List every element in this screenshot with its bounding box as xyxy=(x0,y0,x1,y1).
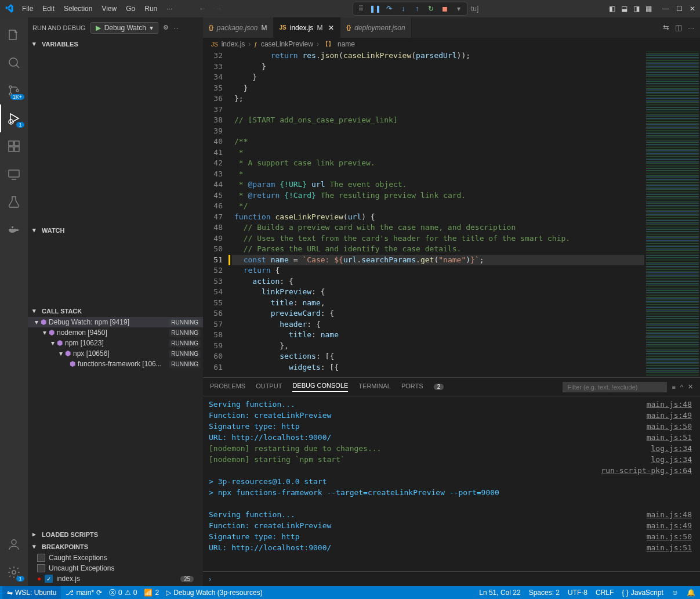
nav-back-icon[interactable]: ← xyxy=(199,5,206,13)
section-breakpoints[interactable]: ▾BREAKPOINTS xyxy=(28,540,203,553)
remote-explorer-icon[interactable] xyxy=(0,160,28,188)
menu-go[interactable]: Go xyxy=(122,5,139,13)
stop-icon[interactable]: ◼ xyxy=(440,4,449,13)
menu-run[interactable]: Run xyxy=(141,5,161,13)
search-icon[interactable] xyxy=(0,49,28,77)
debug-console-output[interactable]: Serving function...main.js:48Function: c… xyxy=(203,396,700,571)
console-src-link[interactable]: main.js:49 xyxy=(647,410,694,421)
layout-bottom-icon[interactable]: ⬓ xyxy=(621,5,628,13)
panel-tab-debug-console[interactable]: DEBUG CONSOLE xyxy=(292,382,348,392)
step-into-icon[interactable]: ↓ xyxy=(398,4,408,13)
console-src-link[interactable]: main.js:49 xyxy=(647,520,694,531)
remote-indicator[interactable]: ⇋ WSL: Ubuntu xyxy=(2,586,61,599)
maximize-icon[interactable]: ☐ xyxy=(676,5,683,13)
tab-deployment.json[interactable]: {}deployment.json xyxy=(340,17,411,38)
menu-···[interactable]: ··· xyxy=(163,5,176,13)
panel-close-icon[interactable]: ✕ xyxy=(688,383,693,391)
run-debug-icon[interactable]: 1 xyxy=(0,104,28,132)
source-control-icon[interactable]: 1K+ xyxy=(0,77,28,104)
callstack-item[interactable]: ▾⬢nodemon [9450]RUNNING xyxy=(28,327,203,338)
filter-settings-icon[interactable]: ≡ xyxy=(672,384,675,391)
callstack-item[interactable]: ⬢functions-framework [106...RUNNING xyxy=(28,359,203,369)
section-loaded[interactable]: ▸LOADED SCRIPTS xyxy=(28,528,203,540)
panel-tab-output[interactable]: OUTPUT xyxy=(256,383,282,392)
console-src-link[interactable]: log.js:34 xyxy=(651,443,694,454)
breadcrumb-item[interactable]: index.js xyxy=(222,40,245,48)
console-src-link[interactable]: run-script-pkg.js:64 xyxy=(601,465,694,476)
tab-package.json[interactable]: {}package.jsonM xyxy=(203,17,274,38)
step-out-icon[interactable]: ↑ xyxy=(412,4,422,13)
panel-collapse-icon[interactable]: ^ xyxy=(680,384,683,391)
section-watch[interactable]: ▾WATCH xyxy=(28,224,203,236)
extensions-icon[interactable] xyxy=(0,132,28,160)
drag-handle-icon[interactable]: ⠿ xyxy=(357,4,366,13)
checkbox[interactable]: ✓ xyxy=(45,575,53,583)
debug-status[interactable]: ▷ Debug Watch (3p-resources) xyxy=(166,589,263,597)
language-mode[interactable]: { } JavaScript xyxy=(622,589,663,597)
breadcrumb[interactable]: JSindex.js›ƒcaseLinkPreview›【】name xyxy=(203,38,700,50)
panel-tab-ports[interactable]: PORTS xyxy=(401,383,423,392)
debug-config-dropdown[interactable]: ▶ Debug Watch ▾ xyxy=(90,22,158,34)
breadcrumb-item[interactable]: name xyxy=(338,40,355,48)
encoding[interactable]: UTF-8 xyxy=(568,589,587,597)
minimap[interactable] xyxy=(644,50,700,377)
split-icon[interactable]: ◫ xyxy=(675,23,682,32)
explorer-icon[interactable] xyxy=(0,21,28,49)
ports-indicator[interactable]: 📶2 xyxy=(144,589,159,597)
debug-console-input[interactable]: › xyxy=(203,571,700,586)
nav-fwd-icon[interactable]: → xyxy=(215,5,222,13)
breakpoint-item[interactable]: ●✓index.js25 xyxy=(28,573,203,584)
indent[interactable]: Spaces: 2 xyxy=(529,589,560,597)
console-src-link[interactable]: main.js:48 xyxy=(647,399,694,410)
tab-index.js[interactable]: JSindex.jsM✕ xyxy=(274,17,341,38)
restart-icon[interactable]: ↻ xyxy=(426,4,436,13)
section-callstack[interactable]: ▾CALL STACK xyxy=(28,305,203,317)
close-icon[interactable]: ✕ xyxy=(690,5,695,13)
checkbox[interactable] xyxy=(37,564,45,572)
panel-tab-terminal[interactable]: TERMINAL xyxy=(358,383,391,392)
debug-filter-input[interactable] xyxy=(563,382,667,392)
breakpoint-item[interactable]: Uncaught Exceptions xyxy=(28,563,203,573)
console-src-link[interactable]: main.js:48 xyxy=(647,509,694,520)
breadcrumb-item[interactable]: caseLinkPreview xyxy=(261,40,313,48)
console-src-link[interactable]: main.js:51 xyxy=(647,542,694,553)
menu-file[interactable]: File xyxy=(19,5,37,13)
breakpoint-item[interactable]: Caught Exceptions xyxy=(28,553,203,563)
bell-icon[interactable]: 🔔 xyxy=(687,589,695,597)
problems-indicator[interactable]: ⓧ0 ⚠0 xyxy=(109,588,137,598)
feedback-icon[interactable]: ☺ xyxy=(672,589,679,597)
testing-icon[interactable] xyxy=(0,188,28,216)
gear-icon[interactable]: ⚙ xyxy=(163,24,169,31)
section-variables[interactable]: ▾VARIABLES xyxy=(28,38,203,50)
docker-icon[interactable] xyxy=(0,216,28,244)
account-icon[interactable] xyxy=(0,531,28,558)
menu-view[interactable]: View xyxy=(98,5,120,13)
tab-more-icon[interactable]: ··· xyxy=(688,23,694,32)
compare-icon[interactable]: ⇆ xyxy=(663,23,669,32)
panel-tab-problems[interactable]: PROBLEMS xyxy=(210,383,245,392)
minimize-icon[interactable]: — xyxy=(662,5,669,13)
callstack-item[interactable]: ▾⬢npx [10656]RUNNING xyxy=(28,348,203,359)
menu-edit[interactable]: Edit xyxy=(39,5,58,13)
callstack-item[interactable]: ▾⬢Debug Watch: npm [9419]RUNNING xyxy=(28,317,203,327)
code-area[interactable]: return res.json(caseLinkPreview(parsedUr… xyxy=(232,50,644,377)
layout-right-icon[interactable]: ◨ xyxy=(633,5,640,13)
debug-target-chev[interactable]: ▾ xyxy=(454,4,463,13)
checkbox[interactable] xyxy=(37,554,45,562)
menu-selection[interactable]: Selection xyxy=(60,5,96,13)
cursor-pos[interactable]: Ln 51, Col 22 xyxy=(479,589,520,597)
branch-indicator[interactable]: ⎇ main* ⟳ xyxy=(66,589,102,597)
close-tab-icon[interactable]: ✕ xyxy=(328,24,334,32)
console-src-link[interactable]: main.js:51 xyxy=(647,432,694,443)
layout-left-icon[interactable]: ◧ xyxy=(609,5,615,13)
callstack-item[interactable]: ▾⬢npm [10623]RUNNING xyxy=(28,338,203,348)
console-src-link[interactable]: main.js:50 xyxy=(647,421,694,432)
console-src-link[interactable]: log.js:34 xyxy=(651,454,694,465)
console-src-link[interactable]: main.js:50 xyxy=(647,531,694,542)
step-over-icon[interactable]: ↷ xyxy=(385,4,394,13)
settings-gear-icon[interactable]: 1 xyxy=(0,558,28,586)
pause-icon[interactable]: ❚❚ xyxy=(371,4,380,13)
eol[interactable]: CRLF xyxy=(596,589,614,597)
layout-grid-icon[interactable]: ▦ xyxy=(645,5,652,13)
more-icon[interactable]: ··· xyxy=(173,24,179,31)
